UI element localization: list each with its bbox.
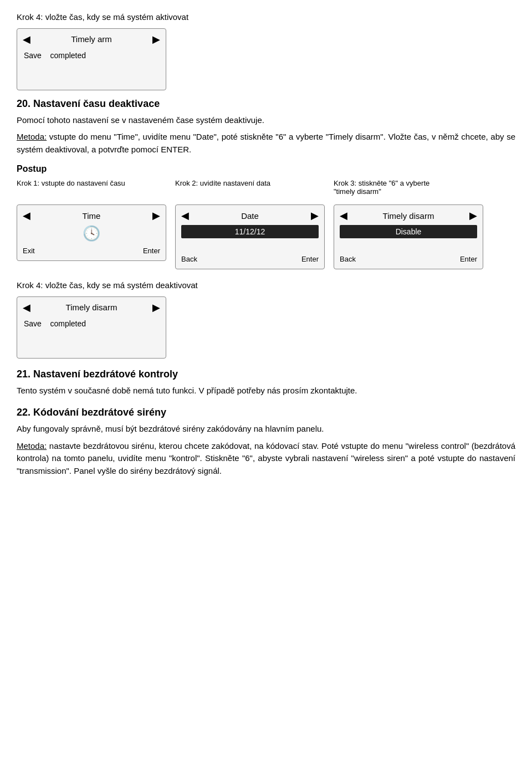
section20-heading: 20. Nastavení času deaktivace <box>17 98 515 110</box>
panel1-wrap: ◀ Time ▶ 🕓 Exit Enter <box>17 200 166 274</box>
metoda22-underline: Metoda: <box>17 441 47 451</box>
date-enter-btn[interactable]: Enter <box>301 255 319 263</box>
metoda-underline: Metoda: <box>17 132 47 141</box>
section22-metoda-text: nastavte bezdrátovou sirénu, kterou chce… <box>17 441 515 475</box>
disarm-enter-btn[interactable]: Enter <box>460 255 477 263</box>
disarm-left-arrow[interactable]: ◀ <box>340 209 347 222</box>
section-21: 21. Nastavení bezdrátové kontroly Tento … <box>17 369 515 397</box>
dsarm-left-arrow2[interactable]: ◀ <box>23 301 30 314</box>
time-panel-title: Time <box>30 211 152 221</box>
disarm-save-panel: ◀ Timely disarm ▶ Save completed <box>17 296 166 359</box>
arm-save-row: Save completed <box>23 49 160 62</box>
krok3-label: Krok 3: stiskněte "6" a vyberte "timely … <box>334 179 483 196</box>
panel2-wrap: ◀ Date ▶ 11/12/12 Back Enter <box>175 200 325 274</box>
time-enter-btn[interactable]: Enter <box>143 247 160 255</box>
section20-para1: Pomocí tohoto nastavení se v nastaveném … <box>17 114 515 127</box>
date-right-arrow[interactable]: ▶ <box>311 209 319 222</box>
time-panel: ◀ Time ▶ 🕓 Exit Enter <box>17 204 166 261</box>
krok1-label: Krok 1: vstupte do nastavení času <box>17 179 166 196</box>
disarm-right-arrow[interactable]: ▶ <box>469 209 477 222</box>
section22-heading: 22. Kódování bezdrátové sirény <box>17 407 515 418</box>
date-panel: ◀ Date ▶ 11/12/12 Back Enter <box>175 204 325 269</box>
time-right-arrow[interactable]: ▶ <box>152 209 160 222</box>
top-arm-panel: ◀ Timely arm ▶ Save completed <box>17 28 166 90</box>
date-back-btn[interactable]: Back <box>181 255 197 263</box>
date-panel-title: Date <box>189 211 311 221</box>
three-panels-row: ◀ Time ▶ 🕓 Exit Enter ◀ Date ▶ 11/12/1 <box>17 200 515 274</box>
disarm-completed-label: completed <box>50 319 86 328</box>
timely-disarm-panel: ◀ Timely disarm ▶ Disable Back Enter <box>334 204 483 269</box>
time-left-arrow[interactable]: ◀ <box>23 209 30 222</box>
disarm-save-label: Save <box>24 319 42 328</box>
section22-metoda: Metoda: nastavte bezdrátovou sirénu, kte… <box>17 440 515 478</box>
arm-panel-title: Timely arm <box>30 34 152 44</box>
section21-heading: 21. Nastavení bezdrátové kontroly <box>17 369 515 380</box>
section20-metoda-text: vstupte do menu "Time", uvidíte menu "Da… <box>17 132 515 154</box>
krok2-label: Krok 2: uvidíte nastavení data <box>175 179 325 196</box>
krok-labels-row: Krok 1: vstupte do nastavení času Krok 2… <box>17 179 515 196</box>
arm-left-arrow[interactable]: ◀ <box>23 33 30 45</box>
disarm-back-btn[interactable]: Back <box>340 255 356 263</box>
section21-para1: Tento systém v současné době nemá tuto f… <box>17 385 515 397</box>
clock-icon: 🕓 <box>23 225 160 242</box>
time-exit-btn[interactable]: Exit <box>23 247 35 255</box>
arm-save-label: Save <box>24 51 42 60</box>
top-arm-section: Krok 4: vložte čas, kdy se má systém akt… <box>17 11 515 90</box>
disarm-panel-title: Timely disarm <box>347 211 469 221</box>
postup-title: Postup <box>17 162 515 176</box>
dsarm-right-arrow2[interactable]: ▶ <box>152 301 160 314</box>
disarm-value: Disable <box>340 225 477 238</box>
krok4-disarm-label: Krok 4: vložte čas, kdy se má systém dea… <box>17 279 515 292</box>
top-krok4-label: Krok 4: vložte čas, kdy se má systém akt… <box>17 11 515 24</box>
arm-right-arrow[interactable]: ▶ <box>152 33 160 45</box>
date-left-arrow[interactable]: ◀ <box>181 209 189 222</box>
panel3-wrap: ◀ Timely disarm ▶ Disable Back Enter <box>334 200 483 274</box>
section22-para1: Aby fungovaly správně, musí být bezdráto… <box>17 423 515 436</box>
section-20: 20. Nastavení času deaktivace Pomocí toh… <box>17 98 515 359</box>
section20-metoda: Metoda: vstupte do menu "Time", uvidíte … <box>17 131 515 156</box>
section-22: 22. Kódování bezdrátové sirény Aby fungo… <box>17 407 515 477</box>
arm-completed-label: completed <box>50 51 86 60</box>
dsarm-panel-title2: Timely disarm <box>30 303 152 312</box>
disarm-save-row: Save completed <box>23 317 160 330</box>
date-value: 11/12/12 <box>181 225 319 238</box>
